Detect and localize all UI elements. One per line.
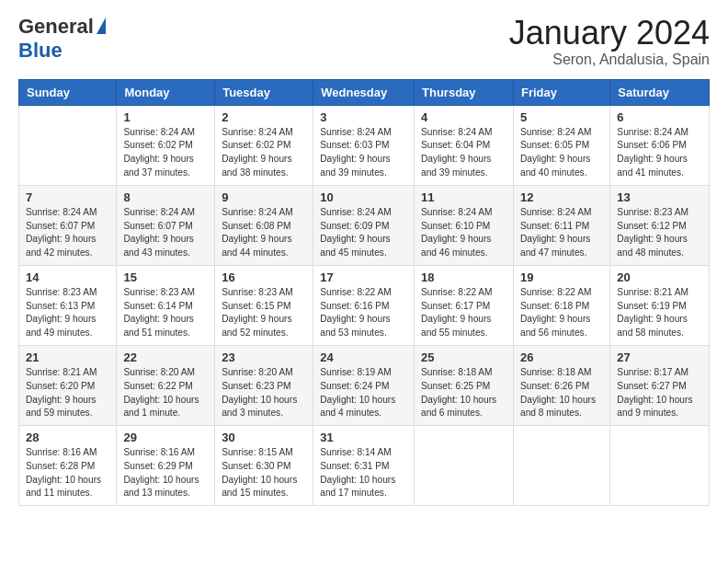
day-number: 19	[520, 270, 603, 284]
day-number: 20	[617, 270, 702, 284]
day-number: 28	[26, 431, 109, 444]
day-number: 5	[520, 110, 603, 124]
calendar-cell	[19, 105, 117, 185]
day-number: 2	[222, 110, 306, 124]
calendar-cell: 10Sunrise: 8:24 AMSunset: 6:09 PMDayligh…	[313, 185, 415, 265]
calendar-cell: 28Sunrise: 8:16 AMSunset: 6:28 PMDayligh…	[19, 426, 117, 506]
calendar-cell: 2Sunrise: 8:24 AMSunset: 6:02 PMDaylight…	[215, 105, 313, 185]
day-number: 24	[320, 350, 407, 364]
day-number: 30	[222, 431, 306, 444]
day-number: 16	[222, 270, 306, 284]
calendar-cell: 21Sunrise: 8:21 AMSunset: 6:20 PMDayligh…	[19, 345, 117, 425]
day-info: Sunrise: 8:24 AMSunset: 6:11 PMDaylight:…	[520, 206, 603, 260]
day-info: Sunrise: 8:14 AMSunset: 6:31 PMDaylight:…	[320, 446, 407, 500]
weekday-header-saturday: Saturday	[610, 79, 710, 105]
weekday-header-sunday: Sunday	[19, 79, 117, 105]
day-number: 13	[617, 190, 702, 204]
calendar-cell: 27Sunrise: 8:17 AMSunset: 6:27 PMDayligh…	[610, 345, 710, 425]
day-number: 15	[123, 270, 208, 284]
day-info: Sunrise: 8:24 AMSunset: 6:07 PMDaylight:…	[123, 206, 208, 260]
calendar-cell: 29Sunrise: 8:16 AMSunset: 6:29 PMDayligh…	[117, 426, 215, 506]
day-info: Sunrise: 8:24 AMSunset: 6:08 PMDaylight:…	[222, 206, 306, 260]
calendar-cell: 15Sunrise: 8:23 AMSunset: 6:14 PMDayligh…	[117, 265, 215, 345]
calendar-cell: 17Sunrise: 8:22 AMSunset: 6:16 PMDayligh…	[313, 265, 415, 345]
calendar-week-row: 1Sunrise: 8:24 AMSunset: 6:02 PMDaylight…	[19, 105, 710, 185]
logo-blue-text: Blue	[18, 39, 63, 63]
day-number: 31	[320, 431, 407, 444]
calendar-cell: 26Sunrise: 8:18 AMSunset: 6:26 PMDayligh…	[513, 345, 609, 425]
calendar-cell: 13Sunrise: 8:23 AMSunset: 6:12 PMDayligh…	[610, 185, 710, 265]
day-number: 10	[320, 190, 407, 204]
calendar-cell: 14Sunrise: 8:23 AMSunset: 6:13 PMDayligh…	[19, 265, 117, 345]
weekday-header-thursday: Thursday	[415, 79, 514, 105]
day-info: Sunrise: 8:24 AMSunset: 6:10 PMDaylight:…	[421, 206, 506, 260]
day-info: Sunrise: 8:24 AMSunset: 6:04 PMDaylight:…	[421, 126, 506, 180]
calendar-week-row: 28Sunrise: 8:16 AMSunset: 6:28 PMDayligh…	[19, 426, 710, 506]
day-info: Sunrise: 8:23 AMSunset: 6:13 PMDaylight:…	[26, 286, 109, 340]
calendar-cell: 20Sunrise: 8:21 AMSunset: 6:19 PMDayligh…	[610, 265, 710, 345]
day-info: Sunrise: 8:23 AMSunset: 6:12 PMDaylight:…	[617, 206, 702, 260]
day-info: Sunrise: 8:16 AMSunset: 6:29 PMDaylight:…	[123, 446, 208, 500]
day-number: 7	[26, 190, 109, 204]
page: General Blue January 2024 Seron, Andalus…	[0, 0, 728, 563]
calendar-cell	[610, 426, 710, 506]
calendar-cell: 11Sunrise: 8:24 AMSunset: 6:10 PMDayligh…	[415, 185, 514, 265]
day-number: 8	[123, 190, 208, 204]
weekday-header-tuesday: Tuesday	[215, 79, 313, 105]
logo: General Blue	[18, 15, 106, 63]
calendar-location: Seron, Andalusia, Spain	[509, 52, 710, 68]
day-info: Sunrise: 8:15 AMSunset: 6:30 PMDaylight:…	[222, 446, 306, 500]
day-number: 6	[617, 110, 702, 124]
calendar-title: January 2024	[509, 15, 710, 52]
calendar-cell: 3Sunrise: 8:24 AMSunset: 6:03 PMDaylight…	[313, 105, 415, 185]
day-info: Sunrise: 8:20 AMSunset: 6:23 PMDaylight:…	[222, 366, 306, 420]
calendar-cell: 12Sunrise: 8:24 AMSunset: 6:11 PMDayligh…	[513, 185, 609, 265]
day-number: 22	[123, 350, 208, 364]
day-info: Sunrise: 8:21 AMSunset: 6:19 PMDaylight:…	[617, 286, 702, 340]
day-info: Sunrise: 8:18 AMSunset: 6:26 PMDaylight:…	[520, 366, 603, 420]
day-number: 27	[617, 350, 702, 364]
day-info: Sunrise: 8:17 AMSunset: 6:27 PMDaylight:…	[617, 366, 702, 420]
day-info: Sunrise: 8:19 AMSunset: 6:24 PMDaylight:…	[320, 366, 407, 420]
day-info: Sunrise: 8:24 AMSunset: 6:09 PMDaylight:…	[320, 206, 407, 260]
weekday-header-friday: Friday	[513, 79, 609, 105]
calendar-cell: 18Sunrise: 8:22 AMSunset: 6:17 PMDayligh…	[415, 265, 514, 345]
day-info: Sunrise: 8:24 AMSunset: 6:07 PMDaylight:…	[26, 206, 109, 260]
day-info: Sunrise: 8:16 AMSunset: 6:28 PMDaylight:…	[26, 446, 109, 500]
day-info: Sunrise: 8:24 AMSunset: 6:02 PMDaylight:…	[123, 126, 208, 180]
day-info: Sunrise: 8:20 AMSunset: 6:22 PMDaylight:…	[123, 366, 208, 420]
weekday-header-wednesday: Wednesday	[313, 79, 415, 105]
weekday-header-row: SundayMondayTuesdayWednesdayThursdayFrid…	[19, 79, 710, 105]
day-number: 18	[421, 270, 506, 284]
calendar-cell: 23Sunrise: 8:20 AMSunset: 6:23 PMDayligh…	[215, 345, 313, 425]
calendar-cell: 1Sunrise: 8:24 AMSunset: 6:02 PMDaylight…	[117, 105, 215, 185]
title-block: January 2024 Seron, Andalusia, Spain	[509, 15, 710, 68]
day-info: Sunrise: 8:22 AMSunset: 6:18 PMDaylight:…	[520, 286, 603, 340]
day-info: Sunrise: 8:24 AMSunset: 6:03 PMDaylight:…	[320, 126, 407, 180]
day-number: 29	[123, 431, 208, 444]
day-info: Sunrise: 8:23 AMSunset: 6:14 PMDaylight:…	[123, 286, 208, 340]
day-number: 25	[421, 350, 506, 364]
day-number: 9	[222, 190, 306, 204]
calendar-cell: 19Sunrise: 8:22 AMSunset: 6:18 PMDayligh…	[513, 265, 609, 345]
day-number: 1	[123, 110, 208, 124]
day-number: 12	[520, 190, 603, 204]
calendar-cell: 31Sunrise: 8:14 AMSunset: 6:31 PMDayligh…	[313, 426, 415, 506]
calendar-cell: 6Sunrise: 8:24 AMSunset: 6:06 PMDaylight…	[610, 105, 710, 185]
day-number: 3	[320, 110, 407, 124]
calendar-week-row: 21Sunrise: 8:21 AMSunset: 6:20 PMDayligh…	[19, 345, 710, 425]
calendar-cell: 30Sunrise: 8:15 AMSunset: 6:30 PMDayligh…	[215, 426, 313, 506]
logo-triangle-icon	[97, 17, 106, 34]
calendar-week-row: 14Sunrise: 8:23 AMSunset: 6:13 PMDayligh…	[19, 265, 710, 345]
header: General Blue January 2024 Seron, Andalus…	[18, 15, 710, 68]
calendar-table: SundayMondayTuesdayWednesdayThursdayFrid…	[18, 79, 710, 507]
day-info: Sunrise: 8:24 AMSunset: 6:06 PMDaylight:…	[617, 126, 702, 180]
day-number: 17	[320, 270, 407, 284]
logo-general-text: General	[18, 15, 94, 39]
calendar-cell: 24Sunrise: 8:19 AMSunset: 6:24 PMDayligh…	[313, 345, 415, 425]
day-info: Sunrise: 8:24 AMSunset: 6:02 PMDaylight:…	[222, 126, 306, 180]
calendar-week-row: 7Sunrise: 8:24 AMSunset: 6:07 PMDaylight…	[19, 185, 710, 265]
calendar-cell: 5Sunrise: 8:24 AMSunset: 6:05 PMDaylight…	[513, 105, 609, 185]
day-info: Sunrise: 8:22 AMSunset: 6:17 PMDaylight:…	[421, 286, 506, 340]
day-number: 21	[26, 350, 109, 364]
